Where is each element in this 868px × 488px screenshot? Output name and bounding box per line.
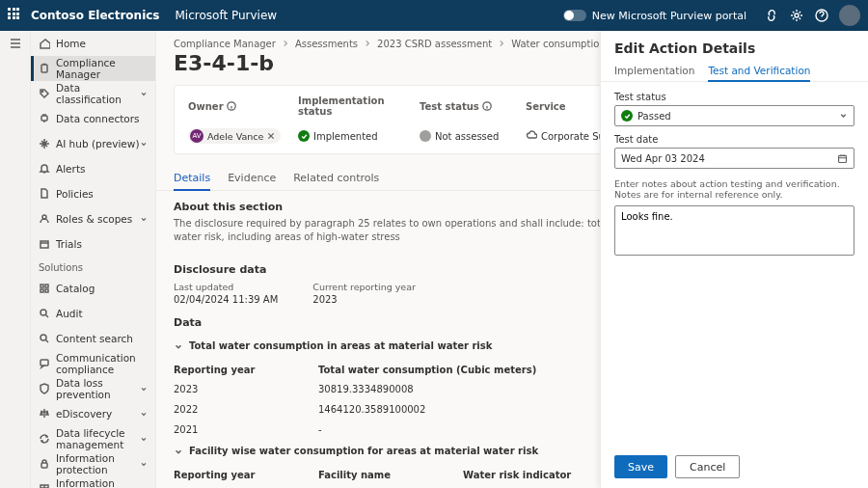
info-icon	[227, 101, 236, 111]
nav-item-data-loss-prevention[interactable]: Data loss prevention	[31, 376, 155, 401]
panel-tab-test-and-verification[interactable]: Test and Verification	[708, 60, 810, 81]
box-icon	[39, 238, 50, 250]
implemented-icon	[298, 130, 310, 142]
panel-tab-implementation[interactable]: Implementation	[614, 60, 694, 81]
nav-item-content-search[interactable]: Content search	[31, 326, 155, 351]
panel-title: Edit Action Details	[601, 31, 868, 56]
nav-item-communication-compliance[interactable]: Communication compliance	[31, 351, 155, 376]
nav-item-ediscovery[interactable]: eDiscovery	[31, 401, 155, 426]
org-name: Contoso Electronics	[31, 9, 160, 22]
chevron-down-icon	[140, 483, 148, 488]
link-icon[interactable]	[760, 4, 783, 27]
clip-icon	[39, 63, 50, 74]
owner-name: Adele Vance	[207, 131, 263, 142]
cycle-icon	[39, 433, 50, 445]
impl-status-label: Implementation status	[298, 95, 414, 117]
save-button[interactable]: Save	[614, 455, 667, 478]
breadcrumb-link[interactable]: Compliance Manager	[174, 39, 276, 49]
nav-item-information-protection[interactable]: Information protection	[31, 451, 155, 476]
home-icon	[39, 38, 50, 49]
chat-icon	[39, 358, 50, 369]
nav-item-audit[interactable]: Audit	[31, 301, 155, 326]
doc-icon	[39, 188, 50, 200]
table-header: Facility name	[301, 464, 446, 484]
notes-textarea[interactable]	[614, 205, 854, 256]
tab-related-controls[interactable]: Related controls	[293, 166, 379, 190]
test-date-input[interactable]: Wed Apr 03 2024	[614, 148, 854, 169]
test-status-label: Test status	[614, 92, 854, 102]
shield-icon	[39, 383, 50, 394]
chevron-down-icon	[839, 111, 848, 122]
user-avatar[interactable]	[839, 5, 860, 26]
chevron-down-icon	[174, 447, 183, 456]
nav-item-information-barriers[interactable]: Information barriers	[31, 476, 155, 488]
nav-item-home[interactable]: Home	[31, 31, 155, 56]
bell-icon	[39, 163, 50, 175]
notes-help-text: Enter notes about action testing and ver…	[614, 178, 854, 200]
breadcrumb-link[interactable]: Assessments	[295, 39, 358, 49]
spark-icon	[39, 138, 50, 149]
nav-item-alerts[interactable]: Alerts	[31, 156, 155, 181]
table-header: Reporting year	[156, 359, 301, 379]
nav-item-data-connectors[interactable]: Data connectors	[31, 106, 155, 131]
breadcrumb-link[interactable]: 2023 CSRD assessment	[377, 39, 492, 49]
audit-icon	[39, 308, 50, 319]
owner-pill[interactable]: AV Adele Vance	[188, 128, 281, 144]
breadcrumb-link[interactable]: Water consumption	[511, 39, 606, 49]
test-date-label: Test date	[614, 134, 854, 145]
left-nav: HomeCompliance ManagerData classificatio…	[31, 31, 156, 488]
portal-toggle-label: New Microsoft Purview portal	[592, 10, 746, 22]
owner-label: Owner	[188, 95, 292, 117]
chevron-down-icon	[140, 458, 148, 470]
nav-item-compliance-manager[interactable]: Compliance Manager	[31, 56, 155, 81]
table-header: Reporting year	[156, 464, 301, 484]
plug-icon	[39, 113, 50, 124]
nav-item-catalog[interactable]: Catalog	[31, 276, 155, 301]
edit-action-panel: Edit Action Details ImplementationTest a…	[600, 31, 868, 488]
portal-toggle[interactable]	[563, 10, 586, 21]
cancel-button[interactable]: Cancel	[675, 455, 740, 478]
chevron-down-icon	[140, 138, 148, 149]
chevron-right-icon	[282, 39, 289, 49]
chevron-down-icon	[140, 88, 148, 99]
nav-section-header: Solutions	[31, 257, 155, 276]
test-status-dropdown[interactable]: Passed	[614, 105, 854, 126]
passed-icon	[621, 110, 633, 122]
wall-icon	[39, 483, 50, 488]
product-name: Microsoft Purview	[176, 9, 278, 22]
calendar-icon	[837, 153, 848, 164]
scale-icon	[39, 408, 50, 420]
settings-icon[interactable]	[785, 4, 808, 27]
search-icon	[39, 333, 50, 344]
chevron-down-icon	[140, 383, 148, 394]
not-assessed-icon	[420, 130, 431, 142]
app-launcher-icon[interactable]	[8, 8, 23, 23]
chevron-down-icon	[140, 433, 148, 445]
grid-icon	[39, 283, 50, 294]
nav-item-ai-hub-preview-[interactable]: AI hub (preview)	[31, 131, 155, 156]
info-icon	[482, 101, 492, 111]
person-icon	[39, 213, 50, 225]
cloud-icon	[526, 129, 537, 143]
help-icon[interactable]	[810, 4, 833, 27]
owner-remove-icon[interactable]	[267, 131, 275, 142]
tab-details[interactable]: Details	[174, 166, 210, 190]
nav-item-trials[interactable]: Trials	[31, 231, 155, 257]
lock-icon	[39, 458, 50, 470]
owner-avatar: AV	[190, 129, 203, 143]
tag-icon	[39, 88, 50, 99]
nav-item-roles-scopes[interactable]: Roles & scopes	[31, 206, 155, 231]
nav-item-data-classification[interactable]: Data classification	[31, 81, 155, 106]
chevron-down-icon	[140, 408, 148, 420]
panel-tabs: ImplementationTest and Verification	[601, 56, 868, 82]
nav-item-data-lifecycle-management[interactable]: Data lifecycle management	[31, 426, 155, 451]
tab-evidence[interactable]: Evidence	[228, 166, 276, 190]
test-status-label: Test status	[420, 95, 520, 117]
chevron-down-icon	[174, 341, 183, 351]
chevron-right-icon	[498, 39, 505, 49]
chevron-down-icon	[140, 213, 148, 225]
collapse-rail[interactable]	[0, 31, 31, 488]
nav-item-policies[interactable]: Policies	[31, 181, 155, 206]
chevron-right-icon	[364, 39, 371, 49]
